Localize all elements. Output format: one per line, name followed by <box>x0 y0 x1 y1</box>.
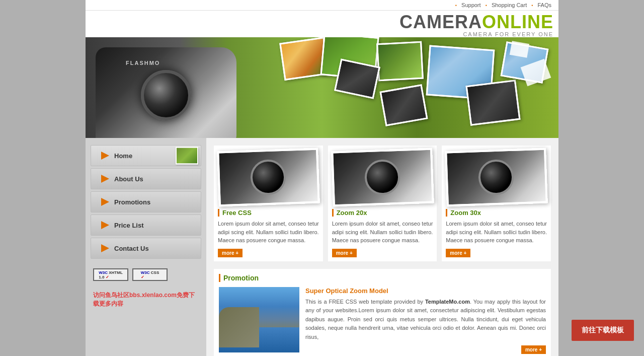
product-card-3: Zoom 30x Lorem ipsum dolor sit amet, con… <box>442 146 551 261</box>
w3c-css-text: W3C CSS✓ <box>141 270 159 279</box>
product-title-3: Zoom 30x <box>450 209 547 217</box>
logo-online: ONLINE <box>482 12 553 32</box>
logo-area: CAMERAONLINE CAMERA FOR EVERY ONE <box>86 11 558 37</box>
product-title-bar-3: Zoom 30x <box>446 209 547 217</box>
dot-icon: • <box>486 3 487 8</box>
nav-home-label: Home <box>114 152 132 160</box>
product-card-1: Free CSS Lorem ipsum dolor sit amet, con… <box>214 146 323 261</box>
sidebar-item-home[interactable]: Home <box>91 145 201 166</box>
arrow-icon <box>101 221 109 229</box>
products-row: Free CSS Lorem ipsum dolor sit amet, con… <box>214 146 551 261</box>
sidebar: Home About Us Promotions Price List Cont… <box>86 138 206 356</box>
sidebar-item-price-list[interactable]: Price List <box>91 215 201 236</box>
faqs-link[interactable]: FAQs <box>537 2 551 8</box>
lens-icon <box>364 159 400 195</box>
lens-icon <box>250 159 286 195</box>
promo-desc-start: This is a FREE CSS web template provided… <box>305 299 425 305</box>
w3c-xhtml-text: W3C XHTML1.0 ✓ <box>99 270 123 279</box>
dot-icon: • <box>455 3 457 8</box>
photo-card-7 <box>465 80 520 126</box>
product-title-1: Free CSS <box>222 209 319 217</box>
arrow-icon <box>101 244 109 252</box>
logo-tagline: CAMERA FOR EVERY ONE <box>86 31 553 37</box>
camera-lens <box>141 70 191 120</box>
nav-contact-label: Contact Us <box>114 245 149 252</box>
paper-scrap-2 <box>510 41 529 58</box>
lens-icon <box>478 159 514 195</box>
nav-promotions-label: Promotions <box>114 198 150 206</box>
promo-image <box>219 287 299 352</box>
promo-subtitle: Super Optical Zoom Model <box>305 287 546 295</box>
product-title-2: Zoom 20x <box>337 209 433 217</box>
arrow-icon <box>101 175 109 183</box>
sidebar-item-promotions[interactable]: Promotions <box>91 191 201 212</box>
w3c-badges: W3C XHTML1.0 ✓ W3C CSS✓ <box>86 261 206 289</box>
camera-label: FLASHMO <box>126 60 160 66</box>
camera-image: FLASHMO <box>96 47 236 138</box>
w3c-xhtml-badge: W3C XHTML1.0 ✓ <box>93 268 128 281</box>
more-button-2[interactable]: more <box>332 249 357 257</box>
shopping-cart-link[interactable]: Shopping Cart <box>492 2 527 8</box>
main-layout: Home About Us Promotions Price List Cont… <box>86 138 558 356</box>
product-desc-3: Lorem ipsum dolor sit amet, conseo tetur… <box>446 220 547 245</box>
hero-banner: FLASHMO <box>86 37 558 138</box>
support-link[interactable]: Support <box>461 2 481 8</box>
logo-camera: CAMERA <box>399 12 482 32</box>
promo-section-title: Promotion <box>223 274 546 282</box>
w3c-css-badge: W3C CSS✓ <box>132 268 168 281</box>
logo: CAMERAONLINE <box>86 13 553 31</box>
nav-about-label: About Us <box>114 175 143 183</box>
sidebar-item-contact[interactable]: Contact Us <box>91 238 201 259</box>
more-button-1[interactable]: more <box>218 249 243 257</box>
photo-card-3 <box>376 41 424 82</box>
product-image-3 <box>445 148 547 207</box>
sidebar-item-about[interactable]: About Us <box>91 168 201 189</box>
promo-more-button[interactable]: more <box>521 345 546 354</box>
arrow-icon <box>101 198 109 206</box>
arrow-icon <box>101 152 109 160</box>
photo-card-5 <box>380 84 428 126</box>
promo-content: Super Optical Zoom Model This is a FREE … <box>219 287 546 354</box>
product-image-1 <box>217 148 319 207</box>
product-desc-1: Lorem ipsum dolor sit amet, conseo tetur… <box>218 220 319 245</box>
templatemo-link[interactable]: TemplateMo.com <box>425 299 470 305</box>
product-title-bar-1: Free CSS <box>218 209 319 217</box>
promo-title-bar: Promotion <box>219 274 546 282</box>
more-button-3[interactable]: more <box>446 249 470 257</box>
watermark: 访问鱼鸟社区bbs.xlenlao.com免费下载更多内容 <box>86 289 206 311</box>
product-title-bar-2: Zoom 20x <box>332 209 433 217</box>
promotion-section: Promotion Super Optical Zoom Model This … <box>214 269 551 357</box>
nav-home-thumb <box>176 147 198 165</box>
product-desc-2: Lorem ipsum dolor sit amet, conseo tetur… <box>332 220 433 245</box>
dot-icon: • <box>531 3 533 8</box>
content-area: Free CSS Lorem ipsum dolor sit amet, con… <box>206 138 558 356</box>
promo-description: This is a FREE CSS web template provided… <box>305 298 546 342</box>
product-card-2: Zoom 20x Lorem ipsum dolor sit amet, con… <box>328 146 437 261</box>
cliff-element <box>219 307 259 347</box>
product-image-2 <box>331 148 434 207</box>
more-btn-right: more <box>305 345 546 354</box>
nav-price-label: Price List <box>114 222 144 229</box>
download-button[interactable]: 前往下载模板 <box>572 320 634 341</box>
topbar: • Support • Shopping Cart • FAQs <box>86 0 558 11</box>
promo-text: Super Optical Zoom Model This is a FREE … <box>305 287 546 354</box>
